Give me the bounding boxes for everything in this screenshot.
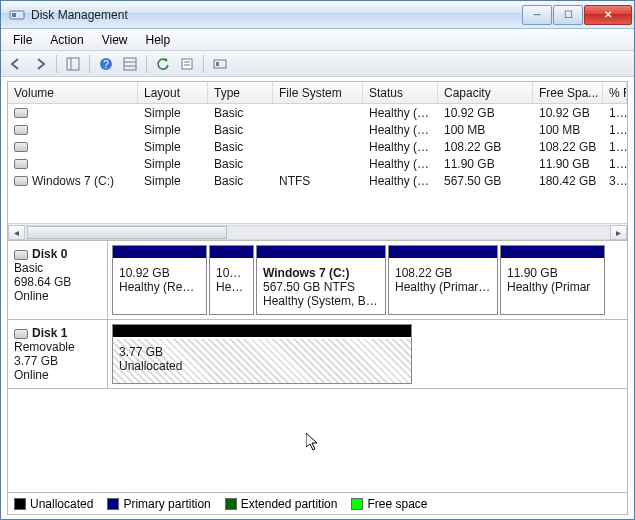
titlebar[interactable]: Disk Management ─ ☐ ✕	[1, 1, 634, 29]
cell: Basic	[208, 106, 273, 120]
table-row[interactable]: Windows 7 (C:)SimpleBasicNTFSHealthy (S.…	[8, 172, 627, 189]
swatch-extended	[225, 498, 237, 510]
cell: Simple	[138, 123, 208, 137]
minimize-button[interactable]: ─	[522, 5, 552, 25]
partition-header	[389, 246, 497, 258]
toolbar-separator	[56, 55, 57, 73]
horizontal-scrollbar[interactable]: ◂ ▸	[8, 223, 627, 240]
menu-view[interactable]: View	[94, 30, 136, 50]
col-pct[interactable]: % F	[603, 82, 627, 103]
toolbar-separator	[203, 55, 204, 73]
toolbar-separator	[146, 55, 147, 73]
cell	[8, 106, 138, 120]
partition[interactable]: 108.22 GBHealthy (Primary Pa	[388, 245, 498, 315]
content-area: Volume Layout Type File System Status Ca…	[1, 77, 634, 519]
svg-rect-2	[67, 58, 79, 70]
col-volume[interactable]: Volume	[8, 82, 138, 103]
table-row[interactable]: SimpleBasicHealthy (P...11.90 GB11.90 GB…	[8, 155, 627, 172]
swatch-unallocated	[14, 498, 26, 510]
table-row[interactable]: SimpleBasicHealthy (A...100 MB100 MB100	[8, 121, 627, 138]
partition-body: Windows 7 (C:)567.50 GB NTFSHealthy (Sys…	[257, 260, 385, 314]
col-status[interactable]: Status	[363, 82, 438, 103]
col-type[interactable]: Type	[208, 82, 273, 103]
cell: Simple	[138, 106, 208, 120]
cell: 10.92 GB	[533, 106, 603, 120]
cell: Healthy (R...	[363, 106, 438, 120]
partition[interactable]: 3.77 GBUnallocated	[112, 324, 412, 384]
back-button[interactable]	[5, 53, 27, 75]
svg-rect-9	[182, 59, 192, 69]
cell: 567.50 GB	[438, 174, 533, 188]
partition[interactable]: 11.90 GBHealthy (Primar	[500, 245, 605, 315]
disk-partitions: 10.92 GBHealthy (Recov100 MHealthWindows…	[108, 241, 627, 319]
scroll-left-button[interactable]: ◂	[8, 225, 25, 240]
svg-rect-6	[124, 58, 136, 70]
cell: 100 MB	[438, 123, 533, 137]
partition[interactable]: Windows 7 (C:)567.50 GB NTFSHealthy (Sys…	[256, 245, 386, 315]
disk-row: Disk 1Removable3.77 GBOnline3.77 GBUnall…	[8, 320, 627, 389]
toolbar-button-8[interactable]	[209, 53, 231, 75]
svg-rect-12	[214, 60, 226, 68]
close-button[interactable]: ✕	[584, 5, 632, 25]
disk-label[interactable]: Disk 1Removable3.77 GBOnline	[8, 320, 108, 388]
partition-header	[257, 246, 385, 258]
cell: Basic	[208, 140, 273, 154]
cell: Healthy (S...	[363, 174, 438, 188]
partition-body: 10.92 GBHealthy (Recov	[113, 260, 206, 314]
scroll-track[interactable]	[25, 225, 610, 240]
volume-list-header: Volume Layout Type File System Status Ca…	[8, 82, 627, 104]
table-row[interactable]: SimpleBasicHealthy (R...10.92 GB10.92 GB…	[8, 104, 627, 121]
partition-body: 108.22 GBHealthy (Primary Pa	[389, 260, 497, 314]
col-layout[interactable]: Layout	[138, 82, 208, 103]
app-icon	[9, 7, 25, 23]
legend: Unallocated Primary partition Extended p…	[7, 493, 628, 515]
scroll-right-button[interactable]: ▸	[610, 225, 627, 240]
toolbar-separator	[89, 55, 90, 73]
legend-free: Free space	[351, 497, 427, 511]
help-button[interactable]: ?	[95, 53, 117, 75]
maximize-button[interactable]: ☐	[553, 5, 583, 25]
disk-partitions: 3.77 GBUnallocated	[108, 320, 627, 388]
cell: Basic	[208, 157, 273, 171]
menu-file[interactable]: File	[5, 30, 40, 50]
cell: Simple	[138, 174, 208, 188]
toolbar-button-5[interactable]	[119, 53, 141, 75]
col-filesystem[interactable]: File System	[273, 82, 363, 103]
cell: Healthy (A...	[363, 123, 438, 137]
volume-list: Volume Layout Type File System Status Ca…	[7, 81, 628, 241]
svg-rect-1	[12, 13, 16, 17]
table-row[interactable]: SimpleBasicHealthy (P...108.22 GB108.22 …	[8, 138, 627, 155]
cell: Simple	[138, 140, 208, 154]
legend-extended: Extended partition	[225, 497, 338, 511]
cell: NTFS	[273, 174, 363, 188]
partition[interactable]: 10.92 GBHealthy (Recov	[112, 245, 207, 315]
cell: 108.22 GB	[438, 140, 533, 154]
cell: Basic	[208, 123, 273, 137]
swatch-primary	[107, 498, 119, 510]
forward-button[interactable]	[29, 53, 51, 75]
menu-action[interactable]: Action	[42, 30, 91, 50]
col-free[interactable]: Free Spa...	[533, 82, 603, 103]
refresh-button[interactable]	[152, 53, 174, 75]
partition-body: 3.77 GBUnallocated	[113, 339, 411, 383]
disk-management-window: Disk Management ─ ☐ ✕ File Action View H…	[0, 0, 635, 520]
menu-help[interactable]: Help	[138, 30, 179, 50]
cell	[8, 157, 138, 171]
scroll-thumb[interactable]	[27, 226, 227, 239]
col-capacity[interactable]: Capacity	[438, 82, 533, 103]
cell: Healthy (P...	[363, 140, 438, 154]
cell: 11.90 GB	[533, 157, 603, 171]
cell: 100	[603, 157, 627, 171]
partition[interactable]: 100 MHealth	[209, 245, 254, 315]
volume-rows: SimpleBasicHealthy (R...10.92 GB10.92 GB…	[8, 104, 627, 223]
properties-button[interactable]	[176, 53, 198, 75]
show-hide-tree-button[interactable]	[62, 53, 84, 75]
partition-header	[113, 325, 411, 337]
cell: 32	[603, 174, 627, 188]
toolbar: ?	[1, 51, 634, 77]
disk-label[interactable]: Disk 0Basic698.64 GBOnline	[8, 241, 108, 319]
svg-text:?: ?	[103, 59, 109, 70]
cell: Basic	[208, 174, 273, 188]
partition-header	[210, 246, 253, 258]
cell: Healthy (P...	[363, 157, 438, 171]
